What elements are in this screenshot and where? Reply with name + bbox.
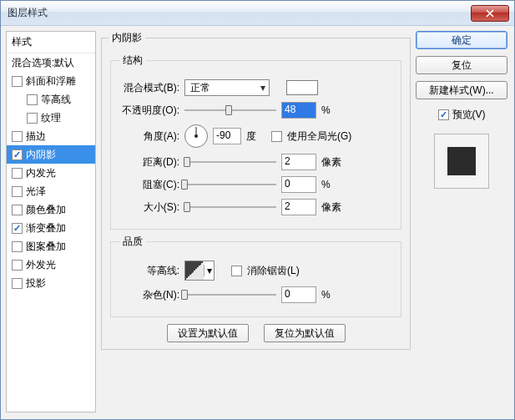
make-default-button[interactable]: 设置为默认值 [167, 324, 249, 342]
sidebar-item-label: 内阴影 [26, 148, 56, 162]
sidebar-item-label: 颜色叠加 [26, 203, 66, 217]
distance-row: 距离(D): 2 像素 [119, 153, 392, 171]
layer-style-dialog: 图层样式 样式 混合选项:默认 斜面和浮雕 等高线 纹理 [0, 0, 515, 420]
opacity-slider[interactable] [184, 103, 276, 118]
sidebar-item-satin[interactable]: 光泽 [7, 182, 95, 200]
default-buttons-row: 设置为默认值 复位为默认值 [109, 324, 403, 342]
checkbox-icon[interactable] [12, 260, 23, 271]
close-icon [486, 9, 494, 18]
new-style-button[interactable]: 新建样式(W)... [416, 81, 507, 99]
blend-mode-row: 混合模式(B): 正常 ▾ [119, 78, 392, 97]
sidebar-item-label: 投影 [26, 276, 46, 291]
sidebar-item-outer-glow[interactable]: 外发光 [7, 256, 95, 274]
checkbox-icon[interactable] [12, 76, 23, 87]
preview-swatch [447, 147, 476, 175]
sidebar-item-bevel[interactable]: 斜面和浮雕 [7, 72, 95, 90]
distance-label: 距离(D): [119, 155, 179, 170]
checkbox-icon[interactable] [12, 131, 23, 142]
opacity-unit: % [321, 104, 346, 116]
global-light-checkbox[interactable] [271, 131, 282, 142]
chevron-down-icon: ▾ [257, 82, 269, 94]
angle-input[interactable]: -90 [213, 128, 241, 144]
blend-mode-label: 混合模式(B): [119, 81, 179, 95]
client-area: 样式 混合选项:默认 斜面和浮雕 等高线 纹理 描边 内阴 [1, 26, 514, 419]
choke-row: 阻塞(C): 0 % [119, 175, 392, 194]
contour-picker[interactable]: ▾ [184, 261, 215, 281]
sidebar-item-pattern-overlay[interactable]: 图案叠加 [7, 237, 95, 256]
contour-row: 等高线: ▾ 消除锯齿(L) [119, 260, 392, 281]
close-button[interactable] [471, 5, 509, 22]
checkbox-icon[interactable] [12, 241, 23, 252]
sidebar-item-inner-glow[interactable]: 内发光 [7, 164, 95, 182]
sidebar-item-label: 渐变叠加 [26, 221, 66, 235]
size-slider[interactable] [184, 200, 276, 215]
checkbox-icon[interactable] [27, 94, 38, 105]
sidebar-item-label: 描边 [26, 129, 46, 144]
distance-input[interactable]: 2 [281, 154, 316, 170]
sidebar-item-drop-shadow[interactable]: 投影 [7, 274, 95, 292]
antialias-label: 消除锯齿(L) [247, 264, 300, 278]
sidebar-item-texture[interactable]: 纹理 [7, 109, 95, 127]
choke-unit: % [321, 179, 346, 190]
blend-mode-dropdown[interactable]: 正常 ▾ [184, 79, 270, 96]
checkbox-icon[interactable] [12, 223, 23, 234]
contour-preview-icon [185, 261, 204, 280]
reset-default-button[interactable]: 复位为默认值 [264, 324, 346, 342]
sidebar-item-inner-shadow[interactable]: 内阴影 [7, 145, 95, 164]
preview-label: 预览(V) [452, 108, 486, 122]
choke-slider[interactable] [184, 177, 276, 192]
noise-unit: % [321, 289, 346, 301]
noise-slider[interactable] [184, 287, 276, 302]
checkbox-icon[interactable] [12, 278, 23, 289]
angle-label: 角度(A): [119, 129, 179, 144]
sidebar-item-stroke[interactable]: 描边 [7, 127, 95, 145]
sidebar-item-gradient-overlay[interactable]: 渐变叠加 [7, 219, 95, 237]
sidebar-item-label: 光泽 [26, 185, 46, 199]
structure-legend: 结构 [119, 53, 146, 68]
noise-input[interactable]: 0 [281, 286, 316, 303]
noise-label: 杂色(N): [119, 288, 179, 302]
size-unit: 像素 [321, 200, 346, 215]
checkbox-icon[interactable] [12, 149, 23, 160]
panel-title: 内阴影 [109, 31, 145, 45]
noise-row: 杂色(N): 0 % [119, 286, 392, 304]
right-column: 确定 复位 新建样式(W)... 预览(V) [416, 31, 507, 412]
antialias-checkbox[interactable] [231, 266, 242, 276]
sidebar-header: 样式 [7, 32, 95, 53]
cancel-button[interactable]: 复位 [416, 56, 507, 74]
size-input[interactable]: 2 [281, 199, 316, 215]
checkbox-icon[interactable] [12, 205, 23, 215]
preview-box [434, 134, 489, 189]
distance-unit: 像素 [321, 155, 346, 170]
sidebar-item-label: 图案叠加 [26, 240, 66, 254]
opacity-row: 不透明度(O): 48 % [119, 101, 392, 119]
choke-input[interactable]: 0 [281, 176, 316, 193]
shadow-color-swatch[interactable] [286, 80, 318, 95]
ok-button[interactable]: 确定 [416, 31, 507, 49]
sidebar-item-label: 外发光 [26, 258, 56, 272]
checkbox-icon[interactable] [12, 186, 23, 197]
styles-sidebar: 样式 混合选项:默认 斜面和浮雕 等高线 纹理 描边 内阴 [6, 31, 96, 412]
sidebar-item-label: 等高线 [41, 93, 71, 107]
distance-slider[interactable] [184, 154, 276, 170]
chevron-down-icon: ▾ [204, 265, 214, 276]
preview-toggle[interactable]: 预览(V) [416, 108, 507, 122]
inner-shadow-panel: 内阴影 结构 混合模式(B): 正常 ▾ 不透明度(O): [101, 31, 411, 350]
size-label: 大小(S): [119, 200, 179, 215]
checkbox-icon[interactable] [27, 113, 38, 124]
sidebar-item-contour[interactable]: 等高线 [7, 90, 95, 109]
checkbox-icon[interactable] [12, 168, 23, 179]
opacity-label: 不透明度(O): [119, 104, 179, 118]
opacity-input[interactable]: 48 [281, 102, 316, 119]
titlebar: 图层样式 [1, 1, 514, 26]
quality-legend: 品质 [119, 235, 146, 249]
choke-label: 阻塞(C): [119, 178, 179, 192]
sidebar-blend-options[interactable]: 混合选项:默认 [7, 53, 95, 72]
sidebar-item-label: 斜面和浮雕 [26, 74, 76, 89]
blend-mode-value: 正常 [185, 81, 257, 95]
sidebar-item-color-overlay[interactable]: 颜色叠加 [7, 200, 95, 219]
sidebar-blend-options-label: 混合选项:默认 [12, 56, 74, 70]
angle-unit: 度 [246, 129, 256, 144]
preview-checkbox[interactable] [438, 109, 449, 120]
angle-dial[interactable] [184, 124, 208, 148]
